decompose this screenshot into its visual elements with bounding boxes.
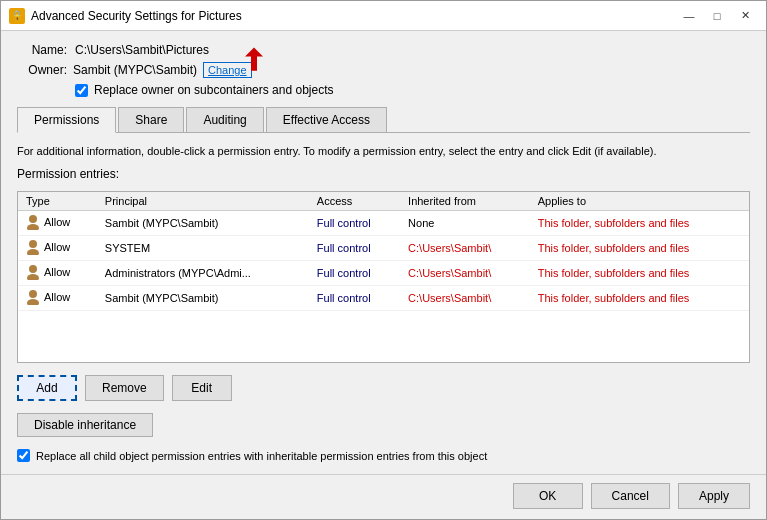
title-bar: 🔒 Advanced Security Settings for Picture… <box>1 1 766 31</box>
user-icon <box>26 264 40 280</box>
cell-type: Allow <box>18 286 97 311</box>
info-text: For additional information, double-click… <box>17 145 750 157</box>
table-header-row: Type Principal Access Inherited from App… <box>18 192 749 211</box>
disable-inheritance-button[interactable]: Disable inheritance <box>17 413 153 437</box>
window-icon: 🔒 <box>9 8 25 24</box>
owner-value: Sambit (MYPC\Sambit) <box>73 63 197 77</box>
name-label: Name: <box>17 43 67 57</box>
col-access: Access <box>309 192 400 211</box>
window-title: Advanced Security Settings for Pictures <box>31 9 242 23</box>
arrow-indicator <box>233 45 263 73</box>
cell-principal: Sambit (MYPC\Sambit) <box>97 286 309 311</box>
tab-effective-access[interactable]: Effective Access <box>266 107 387 132</box>
tab-bar: Permissions Share Auditing Effective Acc… <box>17 107 750 133</box>
dialog-buttons: OK Cancel Apply <box>1 474 766 519</box>
replace-child-checkbox[interactable] <box>17 449 30 462</box>
user-icon <box>26 289 40 305</box>
ok-button[interactable]: OK <box>513 483 583 509</box>
replace-owner-label: Replace owner on subcontainers and objec… <box>94 83 333 97</box>
svg-point-5 <box>29 265 37 273</box>
svg-point-7 <box>29 290 37 298</box>
title-bar-left: 🔒 Advanced Security Settings for Picture… <box>9 8 242 24</box>
owner-label: Owner: <box>17 63 67 77</box>
cell-access: Full control <box>309 261 400 286</box>
cell-applies: This folder, subfolders and files <box>530 286 749 311</box>
svg-point-4 <box>27 249 39 255</box>
minimize-button[interactable]: — <box>676 6 702 26</box>
bottom-checkbox-row: Replace all child object permission entr… <box>17 449 750 462</box>
cell-type: Allow <box>18 261 97 286</box>
add-button[interactable]: Add <box>17 375 77 401</box>
cell-principal: SYSTEM <box>97 236 309 261</box>
tab-share[interactable]: Share <box>118 107 184 132</box>
cell-principal: Sambit (MYPC\Sambit) <box>97 211 309 236</box>
content-area: Name: C:\Users\Sambit\Pictures Owner: Sa… <box>1 31 766 474</box>
remove-button[interactable]: Remove <box>85 375 164 401</box>
cell-applies: This folder, subfolders and files <box>530 211 749 236</box>
user-icon <box>26 239 40 255</box>
name-field-row: Name: C:\Users\Sambit\Pictures <box>17 43 750 57</box>
permission-table: Type Principal Access Inherited from App… <box>18 192 749 311</box>
cell-access: Full control <box>309 236 400 261</box>
tab-auditing[interactable]: Auditing <box>186 107 263 132</box>
permission-label: Permission entries: <box>17 167 750 181</box>
cell-access: Full control <box>309 286 400 311</box>
cell-access: Full control <box>309 211 400 236</box>
cell-inherited: C:\Users\Sambit\ <box>400 286 530 311</box>
cell-applies: This folder, subfolders and files <box>530 236 749 261</box>
svg-point-1 <box>29 215 37 223</box>
svg-point-2 <box>27 224 39 230</box>
name-value: C:\Users\Sambit\Pictures <box>75 43 209 57</box>
user-icon <box>26 214 40 230</box>
col-principal: Principal <box>97 192 309 211</box>
svg-point-6 <box>27 274 39 280</box>
svg-point-8 <box>27 299 39 305</box>
col-applies: Applies to <box>530 192 749 211</box>
owner-field-row: Owner: Sambit (MYPC\Sambit) Change <box>17 63 750 77</box>
cancel-button[interactable]: Cancel <box>591 483 670 509</box>
col-type: Type <box>18 192 97 211</box>
title-controls: — □ ✕ <box>676 6 758 26</box>
window: 🔒 Advanced Security Settings for Picture… <box>0 0 767 520</box>
close-button[interactable]: ✕ <box>732 6 758 26</box>
cell-applies: This folder, subfolders and files <box>530 261 749 286</box>
bottom-checkbox-label: Replace all child object permission entr… <box>36 450 487 462</box>
cell-type: Allow <box>18 211 97 236</box>
cell-inherited: C:\Users\Sambit\ <box>400 261 530 286</box>
cell-type: Allow <box>18 236 97 261</box>
maximize-button[interactable]: □ <box>704 6 730 26</box>
cell-inherited: None <box>400 211 530 236</box>
table-row[interactable]: Allow Sambit (MYPC\Sambit) Full control … <box>18 286 749 311</box>
apply-button[interactable]: Apply <box>678 483 750 509</box>
replace-owner-checkbox[interactable] <box>75 84 88 97</box>
action-buttons: Add Remove Edit <box>17 375 750 401</box>
edit-button[interactable]: Edit <box>172 375 232 401</box>
tab-permissions[interactable]: Permissions <box>17 107 116 133</box>
cell-inherited: C:\Users\Sambit\ <box>400 236 530 261</box>
svg-point-3 <box>29 240 37 248</box>
disable-inheritance-wrapper: Disable inheritance <box>17 413 750 437</box>
cell-principal: Administrators (MYPC\Admi... <box>97 261 309 286</box>
table-row[interactable]: Allow Administrators (MYPC\Admi... Full … <box>18 261 749 286</box>
replace-owner-row: Replace owner on subcontainers and objec… <box>75 83 750 97</box>
svg-marker-0 <box>245 47 263 70</box>
permission-table-wrapper: Type Principal Access Inherited from App… <box>17 191 750 363</box>
table-row[interactable]: Allow SYSTEM Full control C:\Users\Sambi… <box>18 236 749 261</box>
col-inherited: Inherited from <box>400 192 530 211</box>
table-row[interactable]: Allow Sambit (MYPC\Sambit) Full control … <box>18 211 749 236</box>
